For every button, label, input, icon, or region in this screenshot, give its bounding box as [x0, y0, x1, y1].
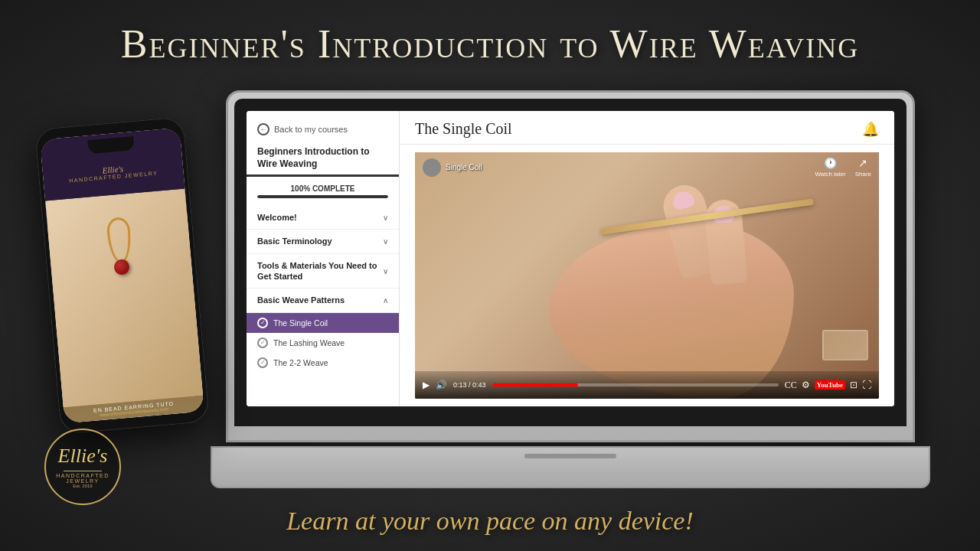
logo-tagline: Handcrafted Jewelry — [46, 473, 119, 484]
channel-name: Single Coil — [446, 163, 482, 171]
section-weave-header[interactable]: Basic Weave Patterns ∧ — [257, 295, 388, 305]
lesson-label-3: The 2-2 Weave — [273, 358, 328, 367]
channel-avatar — [423, 158, 441, 177]
course-title: Beginners Introduction to Wire Weaving — [247, 143, 399, 177]
section-terminology-header[interactable]: Basic Terminology ∨ — [257, 236, 388, 246]
back-link-text: Back to my courses — [274, 125, 348, 134]
cc-button[interactable]: CC — [785, 380, 797, 391]
fullscreen-button[interactable]: ⛶ — [862, 380, 871, 391]
nail-1 — [671, 189, 696, 210]
logo-est: Est. 2019 — [73, 484, 92, 488]
share-icon: ↗ — [858, 157, 867, 169]
progress-bar — [257, 195, 388, 198]
section-terminology-label: Basic Terminology — [257, 236, 378, 246]
phone-content: Ellie's Handcrafted Jewelry EN BEAD EARR… — [40, 128, 204, 424]
logo-sub-wrap: Handcrafted Jewelry Est. 2019 — [46, 469, 119, 488]
section-tools[interactable]: Tools & Materials You Need to Get Starte… — [247, 254, 399, 289]
sidebar: ← Back to my courses Beginners Introduct… — [247, 111, 400, 406]
watch-later-icon: 🕐 — [824, 157, 837, 169]
lesson-label-1: The Single Coil — [273, 318, 328, 328]
share-btn[interactable]: ↗ Share — [855, 157, 871, 178]
chevron-up-icon: ∧ — [383, 296, 388, 305]
thumbnail-overlay — [822, 330, 868, 360]
lesson-lashing-weave[interactable]: ✓ The Lashing Weave — [247, 333, 399, 353]
section-weave-label: Basic Weave Patterns — [257, 295, 378, 305]
lesson-label-2: The Lashing Weave — [273, 338, 345, 347]
logo-divider — [64, 471, 102, 471]
section-tools-label: Tools & Materials You Need to Get Starte… — [257, 260, 378, 282]
watch-later-label: Watch later — [815, 171, 845, 178]
earring-shape — [86, 207, 153, 289]
logo-circle: Ellie's Handcrafted Jewelry Est. 2019 — [44, 429, 121, 505]
section-terminology[interactable]: Basic Terminology ∨ — [247, 230, 399, 253]
bottom-tagline: Learn at your own pace on any device! — [0, 507, 980, 536]
lesson-check-icon-3: ✓ — [257, 357, 268, 368]
earring-wire — [106, 217, 132, 264]
chevron-down-icon-2: ∨ — [383, 237, 388, 246]
video-progress-fill — [492, 383, 578, 386]
phone-screen: Ellie's Handcrafted Jewelry EN BEAD EARR… — [40, 128, 204, 424]
chevron-down-icon-3: ∨ — [383, 267, 388, 276]
section-welcome-label: Welcome! — [257, 212, 378, 223]
youtube-icon: YouTube — [815, 380, 845, 390]
share-label: Share — [855, 171, 871, 178]
main-content: The Single Coil 🔔 — [400, 111, 894, 406]
yt-channel: Single Coil — [423, 158, 482, 177]
progress-fill — [257, 195, 388, 198]
brand-logo: Ellie's Handcrafted Jewelry Est. 2019 — [29, 429, 136, 505]
lesson-single-coil[interactable]: ✓ The Single Coil — [247, 313, 399, 333]
section-welcome-header[interactable]: Welcome! ∨ — [257, 212, 388, 223]
lesson-check-icon-1: ✓ — [257, 318, 268, 328]
lesson-2-2-weave[interactable]: ✓ The 2-2 Weave — [247, 353, 399, 373]
laptop-screen: ← Back to my courses Beginners Introduct… — [247, 111, 894, 406]
chevron-down-icon: ∨ — [383, 214, 388, 222]
play-button[interactable]: ▶ — [423, 380, 430, 391]
laptop-bezel: ← Back to my courses Beginners Introduct… — [234, 99, 906, 426]
phone-device: Ellie's Handcrafted Jewelry EN BEAD EARR… — [34, 116, 210, 434]
settings-button[interactable]: ⚙ — [802, 380, 810, 391]
earring-bead — [113, 259, 130, 276]
section-tools-header[interactable]: Tools & Materials You Need to Get Starte… — [257, 260, 388, 282]
video-background: Single Coil 🕐 Watch later ↗ — [415, 152, 879, 399]
content-header: The Single Coil 🔔 — [400, 111, 894, 145]
progress-label: 100% COMPLETE — [257, 184, 388, 193]
video-progress-bar[interactable] — [492, 383, 779, 386]
page-title: Beginner's Introduction to Wire Weaving — [0, 21, 980, 67]
video-title: The Single Coil — [415, 120, 512, 138]
video-controls: ▶ 🔊 0:13 / 0:43 CC ⚙ — [415, 371, 879, 399]
volume-button[interactable]: 🔊 — [436, 380, 447, 391]
laptop-base — [211, 446, 930, 488]
course-ui: ← Back to my courses Beginners Introduct… — [247, 111, 894, 406]
video-player[interactable]: Single Coil 🕐 Watch later ↗ — [415, 152, 879, 399]
cast-button[interactable]: ⊡ — [850, 380, 858, 391]
bell-icon[interactable]: 🔔 — [862, 121, 879, 138]
back-arrow-icon: ← — [257, 123, 270, 135]
phone-body: Ellie's Handcrafted Jewelry EN BEAD EARR… — [34, 116, 210, 434]
ctrl-icons: CC ⚙ YouTube ⊡ ⛶ — [785, 380, 871, 391]
lesson-check-icon-2: ✓ — [257, 337, 268, 348]
back-link[interactable]: ← Back to my courses — [247, 120, 399, 143]
video-top-bar: Single Coil 🕐 Watch later ↗ — [415, 157, 879, 178]
progress-wrap: 100% COMPLETE — [247, 181, 399, 206]
time-display: 0:13 / 0:43 — [453, 381, 486, 389]
yt-actions: 🕐 Watch later ↗ Share — [815, 157, 871, 178]
laptop-outer: ← Back to my courses Beginners Introduct… — [226, 90, 915, 442]
watch-later-btn[interactable]: 🕐 Watch later — [815, 157, 845, 178]
logo-brand-name: Ellie's — [58, 446, 108, 466]
laptop-device: ← Back to my courses Beginners Introduct… — [226, 90, 915, 488]
section-weave-patterns[interactable]: Basic Weave Patterns ∧ — [247, 289, 399, 312]
section-welcome[interactable]: Welcome! ∨ — [247, 206, 399, 230]
phone-jewelry-area — [45, 188, 203, 407]
